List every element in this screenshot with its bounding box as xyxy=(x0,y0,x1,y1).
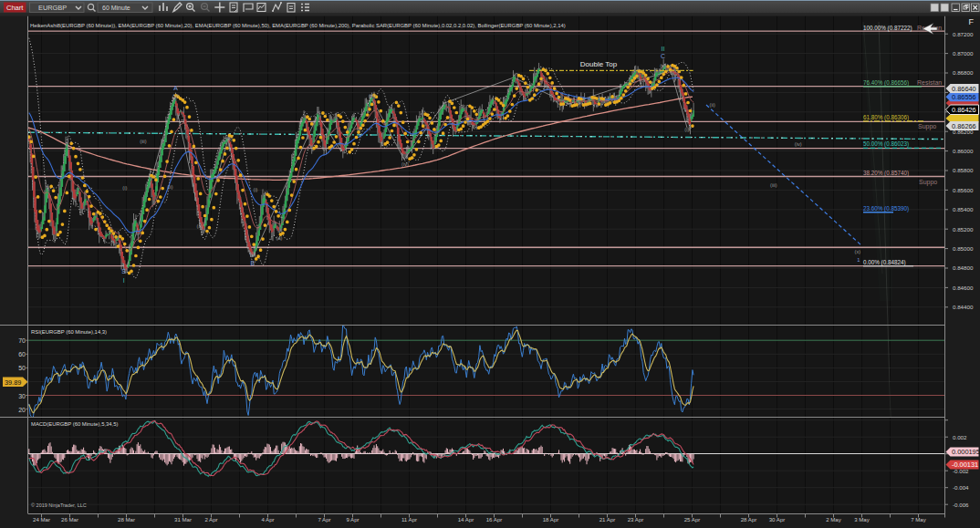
svg-text:-0.006: -0.006 xyxy=(953,502,969,508)
svg-text:0.000195: 0.000195 xyxy=(952,448,980,456)
svg-text:(v): (v) xyxy=(660,63,666,68)
svg-text:0.87000: 0.87000 xyxy=(953,50,974,57)
svg-text:(iv): (iv) xyxy=(795,141,802,147)
svg-text:-0.00131: -0.00131 xyxy=(952,461,978,469)
svg-text:76.40% (0.86656): 76.40% (0.86656) xyxy=(863,79,909,87)
svg-text:0.86640: 0.86640 xyxy=(952,85,976,93)
svg-text:28 Mar: 28 Mar xyxy=(118,516,135,523)
svg-text:0.85400: 0.85400 xyxy=(953,206,974,212)
svg-text:7 Apr: 7 Apr xyxy=(318,516,330,523)
svg-text:Suppo: Suppo xyxy=(919,179,937,186)
svg-text:30 Apr: 30 Apr xyxy=(769,516,786,523)
svg-text:(ii): (ii) xyxy=(710,102,715,108)
svg-text:(x): (x) xyxy=(855,249,861,254)
svg-text:50.00% (0.86023): 50.00% (0.86023) xyxy=(863,140,909,148)
svg-text:A: A xyxy=(173,85,178,91)
svg-text:0.84600: 0.84600 xyxy=(953,285,974,291)
svg-text:(iii): (iii) xyxy=(140,139,147,144)
svg-text:39.89: 39.89 xyxy=(5,378,21,387)
svg-text:0.86800: 0.86800 xyxy=(953,69,974,76)
svg-text:38.20% (0.85740): 38.20% (0.85740) xyxy=(863,170,909,177)
svg-text:(ii): (ii) xyxy=(167,184,172,190)
svg-text:Double Top: Double Top xyxy=(580,60,618,68)
svg-text:HeikenAshi8(EURGBP (60 Minute): HeikenAshi8(EURGBP (60 Minute)), EMA(EUR… xyxy=(30,23,566,28)
svg-text:-0.004: -0.004 xyxy=(953,484,969,491)
svg-text:24 Mar: 24 Mar xyxy=(33,516,50,523)
svg-text:(iii): (iii) xyxy=(770,182,777,188)
svg-text:RSI(EURGBP (60 Minute),14,3): RSI(EURGBP (60 Minute),14,3) xyxy=(31,329,107,335)
svg-text:4 Apr: 4 Apr xyxy=(261,516,274,523)
svg-text:0.86426: 0.86426 xyxy=(952,106,976,114)
svg-text:© 2019 NinjaTrader, LLC: © 2019 NinjaTrader, LLC xyxy=(31,502,87,508)
svg-text:(i): (i) xyxy=(254,187,258,192)
svg-text:25 Apr: 25 Apr xyxy=(684,516,701,523)
svg-text:26 Mar: 26 Mar xyxy=(61,516,78,523)
svg-text:0.86000: 0.86000 xyxy=(953,148,974,154)
svg-text:100.00% (0.87222): 100.00% (0.87222) xyxy=(863,25,912,32)
svg-text:0.85000: 0.85000 xyxy=(953,245,974,252)
svg-text:18 Apr: 18 Apr xyxy=(543,516,559,523)
svg-text:C: C xyxy=(661,53,665,59)
svg-text:2 Apr: 2 Apr xyxy=(204,516,217,523)
svg-text:0.86556: 0.86556 xyxy=(952,93,976,101)
svg-text:0.00% (0.84824): 0.00% (0.84824) xyxy=(863,259,906,266)
svg-text:B: B xyxy=(251,260,255,266)
svg-text:3 May: 3 May xyxy=(854,516,871,523)
svg-text:0.002: 0.002 xyxy=(953,434,967,440)
svg-text:16 Apr: 16 Apr xyxy=(486,516,503,523)
svg-text:(c): (c) xyxy=(250,251,256,256)
svg-text:0.84800: 0.84800 xyxy=(953,264,974,271)
svg-text:70: 70 xyxy=(18,337,26,344)
svg-text:23.60% (0.85390): 23.60% (0.85390) xyxy=(863,205,909,212)
svg-text:(b): (b) xyxy=(226,136,233,141)
svg-text:50: 50 xyxy=(18,365,26,371)
svg-text:S: S xyxy=(121,268,126,274)
svg-text:31 Mar: 31 Mar xyxy=(174,516,192,523)
svg-text:60 Minute: 60 Minute xyxy=(102,5,130,11)
svg-text:21 Apr: 21 Apr xyxy=(599,516,616,523)
svg-text:11 Apr: 11 Apr xyxy=(401,516,417,523)
svg-text:23 Apr: 23 Apr xyxy=(628,516,644,523)
svg-text:F: F xyxy=(969,17,975,26)
svg-text:(iii): (iii) xyxy=(369,93,376,98)
svg-text:(a): (a) xyxy=(276,235,283,241)
svg-text:I: I xyxy=(123,277,125,284)
svg-text:9 Apr: 9 Apr xyxy=(346,516,359,523)
svg-text:(i): (i) xyxy=(122,185,127,191)
svg-text:MACD(EURGBP (60 Minute),5,34,5: MACD(EURGBP (60 Minute),5,34,5) xyxy=(31,421,119,427)
svg-text:Chart: Chart xyxy=(6,4,24,12)
svg-text:7 May: 7 May xyxy=(911,516,927,523)
svg-text:61.80% (0.86306): 61.80% (0.86306) xyxy=(863,114,909,121)
svg-text:(a): (a) xyxy=(197,223,203,229)
svg-text:60: 60 xyxy=(18,351,26,357)
svg-text:2 May: 2 May xyxy=(826,516,842,523)
svg-text:EURGBP: EURGBP xyxy=(38,4,67,12)
svg-text:(iv): (iv) xyxy=(401,161,409,167)
svg-text:1: 1 xyxy=(857,257,860,263)
svg-text:0.87200: 0.87200 xyxy=(953,31,974,37)
svg-text:(i): (i) xyxy=(684,127,689,132)
svg-text:0.85200: 0.85200 xyxy=(953,226,974,233)
svg-text:Resistan: Resistan xyxy=(917,79,942,86)
svg-text:30: 30 xyxy=(18,393,26,399)
svg-text:Suppo: Suppo xyxy=(918,123,936,130)
svg-text:II: II xyxy=(662,46,665,52)
svg-text:0.85800: 0.85800 xyxy=(953,167,974,173)
svg-text:28 Apr: 28 Apr xyxy=(741,516,757,523)
svg-text:0.86266: 0.86266 xyxy=(952,122,976,130)
svg-text:20: 20 xyxy=(18,407,26,413)
svg-text:0.85600: 0.85600 xyxy=(953,187,974,193)
svg-text:14 Apr: 14 Apr xyxy=(458,516,474,523)
svg-text:(v): (v) xyxy=(172,93,179,98)
svg-text:0.84400: 0.84400 xyxy=(953,304,974,310)
